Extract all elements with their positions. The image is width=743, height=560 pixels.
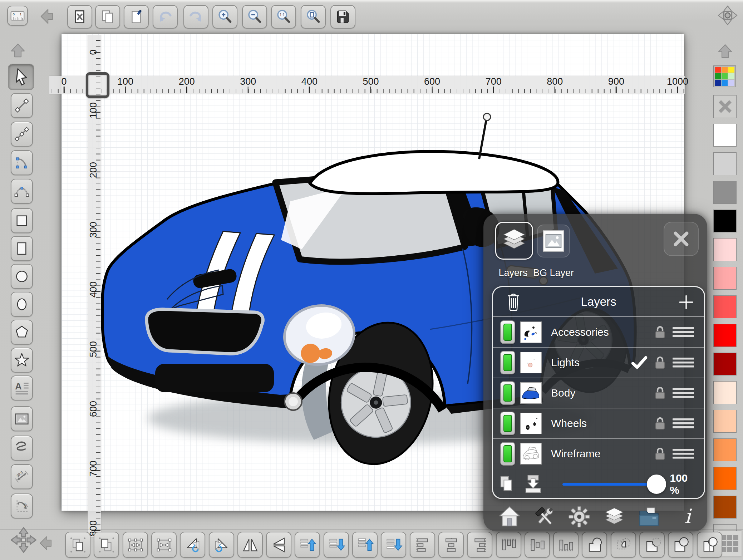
duplicate-document[interactable] xyxy=(95,5,120,29)
color-swatch[interactable] xyxy=(713,324,737,347)
zoom-actual[interactable]: 1:1 xyxy=(271,5,296,29)
flip-vertical[interactable] xyxy=(266,532,291,558)
back[interactable] xyxy=(37,7,56,26)
lock-icon[interactable] xyxy=(653,385,667,401)
layer-row[interactable]: Body xyxy=(493,378,704,408)
color-grid-button[interactable] xyxy=(713,65,736,87)
color-swatch[interactable] xyxy=(713,381,737,404)
color-swatch[interactable] xyxy=(713,410,737,433)
new-document[interactable] xyxy=(124,5,149,29)
lock-icon[interactable] xyxy=(653,325,667,340)
square-tool[interactable] xyxy=(11,208,33,233)
rectangle-tool[interactable] xyxy=(11,236,33,261)
polyline-tool[interactable] xyxy=(11,122,33,147)
duplicate-layer-button[interactable] xyxy=(499,475,515,493)
move-tool[interactable] xyxy=(9,525,38,555)
left-scroll-up[interactable] xyxy=(8,41,28,59)
tab-bg-layer[interactable] xyxy=(537,225,570,257)
dimension-tool[interactable]: 99.9 xyxy=(11,464,33,489)
color-swatch[interactable] xyxy=(713,467,737,490)
color-swatch[interactable] xyxy=(713,181,737,204)
arc-tool[interactable] xyxy=(11,150,33,175)
move-backward[interactable] xyxy=(324,532,349,558)
save[interactable] xyxy=(330,5,355,29)
bezier-tool[interactable] xyxy=(11,179,33,204)
bottom-back-button[interactable] xyxy=(36,534,54,552)
lock-icon[interactable] xyxy=(653,355,667,370)
close-document[interactable] xyxy=(67,5,92,29)
align-top[interactable] xyxy=(496,532,521,558)
merge-down-button[interactable] xyxy=(524,474,542,494)
undo[interactable] xyxy=(153,5,178,29)
layer-row[interactable]: Wheels xyxy=(493,408,704,439)
line-tool[interactable] xyxy=(11,93,33,118)
layer-visibility-toggle[interactable] xyxy=(500,442,515,466)
text-tool[interactable]: A xyxy=(11,375,33,401)
boolean-intersect[interactable] xyxy=(611,532,636,558)
select-tool[interactable] xyxy=(8,64,34,90)
rotate-cw[interactable] xyxy=(209,532,234,558)
circle-tool[interactable] xyxy=(11,264,33,289)
boolean-subtract[interactable] xyxy=(639,532,665,558)
lock-icon[interactable] xyxy=(653,416,667,431)
layer-visibility-toggle[interactable] xyxy=(500,320,515,344)
boolean-exclude[interactable] xyxy=(668,532,693,558)
close-panel-button[interactable] xyxy=(664,222,699,256)
redo[interactable] xyxy=(183,5,208,29)
color-swatch[interactable] xyxy=(713,267,737,290)
color-swatch[interactable] xyxy=(713,438,737,461)
no-color-button[interactable] xyxy=(713,95,737,118)
color-swatch[interactable] xyxy=(713,152,737,175)
zoom-in[interactable] xyxy=(212,5,237,29)
align-middle[interactable] xyxy=(525,532,550,558)
layer-row[interactable]: Wireframe xyxy=(493,439,704,469)
star-tool[interactable] xyxy=(11,348,33,373)
contract-horizontal[interactable] xyxy=(151,532,177,558)
drag-handle-icon[interactable] xyxy=(672,387,695,399)
align-bottom[interactable] xyxy=(553,532,579,558)
layer-row[interactable]: Lights xyxy=(493,348,704,378)
color-swatch[interactable] xyxy=(713,124,737,147)
info-icon[interactable]: i xyxy=(676,506,699,528)
move-forward[interactable] xyxy=(295,532,320,558)
opacity-slider[interactable] xyxy=(562,483,649,486)
color-swatch[interactable] xyxy=(713,295,737,318)
flip-horizontal[interactable] xyxy=(237,532,263,558)
arrange-back[interactable] xyxy=(94,532,119,558)
align-center[interactable] xyxy=(438,532,464,558)
drag-handle-icon[interactable] xyxy=(672,417,695,429)
boolean-union[interactable] xyxy=(582,532,607,558)
tools-icon[interactable] xyxy=(533,506,556,528)
palette-scroll-up[interactable] xyxy=(715,42,735,60)
drag-handle-icon[interactable] xyxy=(672,357,695,369)
ruler-toggle[interactable]: 01 xyxy=(7,6,28,26)
opacity-slider-thumb[interactable] xyxy=(647,475,666,494)
align-right[interactable] xyxy=(467,532,492,558)
nav-pad[interactable] xyxy=(715,3,740,28)
tab-layers[interactable] xyxy=(495,222,533,260)
add-layer-button[interactable] xyxy=(678,294,694,310)
freehand-tool[interactable] xyxy=(11,436,33,461)
settings-icon[interactable] xyxy=(568,506,590,528)
layer-visibility-toggle[interactable] xyxy=(500,412,515,435)
pentagon-tool[interactable] xyxy=(11,320,33,345)
ellipse-tool[interactable] xyxy=(11,292,33,317)
layers-icon[interactable] xyxy=(603,506,625,528)
lock-icon[interactable] xyxy=(653,446,667,461)
image-tool[interactable] xyxy=(11,406,33,431)
move-to-front[interactable] xyxy=(352,532,378,558)
home-icon[interactable] xyxy=(498,506,521,528)
align-left[interactable] xyxy=(410,532,435,558)
color-swatch[interactable] xyxy=(713,238,737,261)
files-icon[interactable] xyxy=(638,506,660,528)
zoom-out[interactable] xyxy=(242,5,267,29)
delete-layer-icon[interactable] xyxy=(505,292,522,311)
layer-visibility-toggle[interactable] xyxy=(500,351,515,374)
layer-row[interactable]: Accessories xyxy=(493,317,704,348)
drag-handle-icon[interactable] xyxy=(672,326,695,338)
boolean-divide[interactable] xyxy=(697,532,722,558)
angle-tool[interactable]: 90° xyxy=(11,493,33,519)
color-swatch[interactable] xyxy=(713,496,737,519)
layer-visibility-toggle[interactable] xyxy=(500,381,515,405)
move-to-back[interactable] xyxy=(381,532,406,558)
